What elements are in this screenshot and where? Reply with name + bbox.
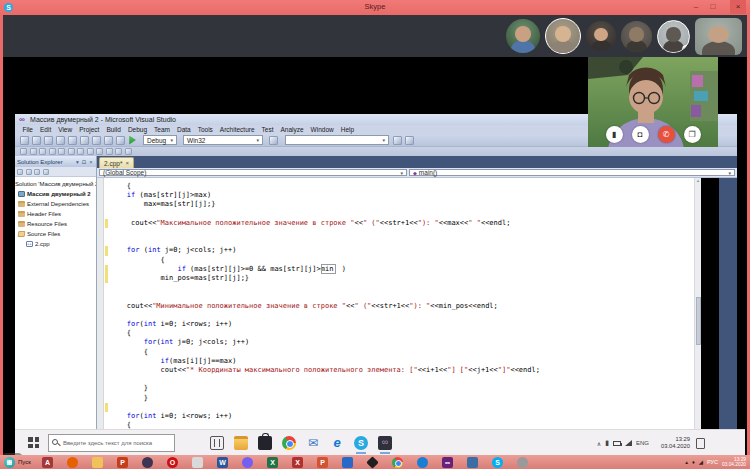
menu-window[interactable]: Window [307, 125, 337, 134]
solution-platform-dropdown[interactable]: Win32▾ [183, 135, 263, 145]
menu-debug[interactable]: Debug [124, 125, 150, 134]
dark-sphere-icon[interactable] [142, 457, 153, 468]
code-editor[interactable]: { if (mas[str][j]>max) max=mas[str][j];}… [97, 178, 719, 434]
code-line[interactable] [110, 375, 540, 384]
action-center-icon[interactable] [696, 438, 705, 449]
comment-icon[interactable] [39, 148, 46, 155]
code-line[interactable] [110, 403, 540, 412]
toggle-camera-button[interactable]: ◘ [632, 126, 649, 143]
editor-vscrollbar[interactable]: ▲▼ [694, 178, 701, 434]
firefox-icon[interactable] [67, 457, 78, 468]
bookmark-toggle-icon[interactable] [77, 148, 84, 155]
powerpoint-icon[interactable]: P [117, 457, 128, 468]
mail-icon[interactable]: ✉ [306, 436, 320, 450]
visual-studio-icon[interactable]: ∞ [378, 436, 392, 450]
snippet-icon[interactable] [30, 148, 37, 155]
code-line[interactable]: max=mas[str][j];} [110, 200, 540, 209]
toolbar-icon[interactable] [269, 136, 278, 145]
overflow-icon[interactable] [125, 148, 132, 155]
chrome-icon[interactable] [392, 457, 403, 468]
notes-icon[interactable] [192, 457, 203, 468]
tree-item[interactable]: Resource Files [15, 219, 96, 229]
folder-icon[interactable] [92, 457, 103, 468]
open-file-icon[interactable] [32, 136, 41, 145]
blue-app-icon[interactable] [342, 457, 353, 468]
opera-icon[interactable]: O [167, 457, 178, 468]
show-all-files-icon[interactable] [26, 169, 32, 175]
menu-project[interactable]: Project [76, 125, 103, 134]
menu-tools[interactable]: Tools [194, 125, 216, 134]
whitespace-icon[interactable] [115, 148, 122, 155]
participant-avatar[interactable] [695, 18, 742, 55]
bookmark-next-icon[interactable] [87, 148, 94, 155]
pointer-icon[interactable] [20, 148, 27, 155]
code-line[interactable]: cout<<"* Координаты максимального положи… [110, 366, 540, 375]
code-text[interactable]: { if (mas[str][j]>max) max=mas[str][j];}… [110, 182, 540, 430]
paste-icon[interactable] [92, 136, 101, 145]
microphone-icon[interactable]: ▮ [605, 439, 609, 447]
close-tab-icon[interactable]: × [125, 160, 129, 166]
skype-icon[interactable]: S [354, 436, 368, 450]
tab-2cpp[interactable]: 2.cpp* × [99, 157, 134, 168]
cut-icon[interactable] [68, 136, 77, 145]
code-line[interactable]: for (int j=0; j<cols; j++) [110, 246, 540, 255]
chrome-icon[interactable] [282, 436, 296, 450]
tree-item[interactable]: External Dependencies [15, 199, 96, 209]
clock[interactable]: 13:29 03.04.2020 [661, 430, 705, 456]
participant-avatar[interactable] [545, 18, 581, 54]
local-clock[interactable]: 13:29 03.04.2020 [722, 457, 746, 468]
code-line[interactable]: { [110, 348, 540, 357]
volume-icon[interactable]: ♦ [692, 459, 695, 465]
properties-icon[interactable] [17, 169, 23, 175]
mute-microphone-button[interactable]: ▮ [606, 126, 623, 143]
visual-studio-icon[interactable]: ∞ [442, 457, 453, 468]
tree-item[interactable]: Массив двумерный 2 [15, 189, 96, 199]
menu-view[interactable]: View [55, 125, 76, 134]
tree-item[interactable]: Header Files [15, 209, 96, 219]
menu-team[interactable]: Team [151, 125, 174, 134]
language-indicator[interactable]: РУС [707, 459, 718, 465]
code-line[interactable] [110, 228, 540, 237]
code-line[interactable]: min_pos=mas[str][j];} [110, 274, 540, 283]
taskbar-search-input[interactable] [48, 434, 175, 452]
access-icon[interactable]: A [42, 457, 53, 468]
viber-icon[interactable] [242, 457, 253, 468]
task-view-icon[interactable] [210, 436, 224, 450]
file-explorer-icon[interactable] [234, 436, 248, 450]
menu-edit[interactable]: Edit [36, 125, 54, 134]
menu-test[interactable]: Test [258, 125, 277, 134]
find-combo[interactable]: ▾ [285, 135, 389, 145]
tree-item[interactable]: Source Files [15, 229, 96, 239]
tree-item[interactable]: 2.cpp [15, 239, 96, 249]
webcam-video[interactable]: ▮◘✆❐ [588, 57, 718, 147]
code-line[interactable] [110, 311, 540, 320]
code-line[interactable] [110, 292, 540, 301]
battery-icon[interactable] [613, 441, 621, 446]
solution-explorer-header[interactable]: Solution Explorer ▾ ⊡ × [15, 156, 96, 167]
audio-icon[interactable] [366, 456, 378, 468]
edge-icon[interactable]: e [330, 436, 344, 450]
scope-dropdown[interactable]: (Global Scope) ▾ [99, 169, 407, 176]
network-icon[interactable] [625, 440, 632, 446]
solution-configuration-dropdown[interactable]: Debug▾ [143, 135, 177, 145]
save-all-icon[interactable] [56, 136, 65, 145]
language-indicator[interactable]: ENG [636, 440, 649, 446]
uncomment-icon[interactable] [49, 148, 56, 155]
close-button[interactable]: × [730, 0, 746, 14]
participant-avatar[interactable] [506, 19, 540, 53]
participant-avatar[interactable] [621, 21, 652, 52]
code-line[interactable] [110, 237, 540, 246]
code-line[interactable] [110, 210, 540, 219]
code-line[interactable]: for(int i=0; i<rows; i++) [110, 412, 540, 421]
code-line[interactable] [110, 283, 540, 292]
minimize-button[interactable]: – [689, 0, 703, 14]
save-icon[interactable] [44, 136, 53, 145]
code-line[interactable]: cout<<"Максимальное положительное значен… [110, 219, 540, 228]
bookmark-clear-icon[interactable] [106, 148, 113, 155]
code-line[interactable]: for(int j=0; j<cols; j++) [110, 338, 540, 347]
toolbar-icon[interactable] [405, 136, 414, 145]
new-file-icon[interactable] [20, 136, 29, 145]
participant-avatar[interactable]: ⟳ [657, 20, 690, 53]
skype-icon[interactable]: S [492, 457, 503, 468]
window-app-icon[interactable] [467, 457, 478, 468]
